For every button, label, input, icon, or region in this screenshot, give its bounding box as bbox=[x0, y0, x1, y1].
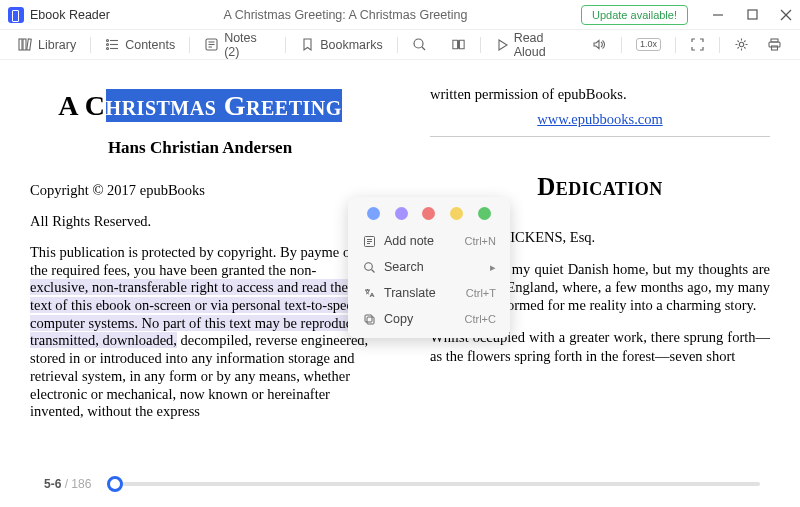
read-aloud-label: Read Aloud bbox=[514, 31, 575, 59]
highlight-color-row bbox=[348, 207, 510, 228]
menu-label: Copy bbox=[384, 312, 457, 326]
body-paragraph: This publication is protected by copyrig… bbox=[30, 244, 370, 421]
rights-line: All Rights Reserved. bbox=[30, 213, 370, 230]
menu-add-note[interactable]: Add note Ctrl+N bbox=[348, 228, 510, 254]
speed-label: 1.0x bbox=[636, 38, 661, 51]
copyright-line: Copyright © 2017 epubBooks bbox=[30, 182, 370, 199]
library-label: Library bbox=[38, 38, 76, 52]
svg-point-11 bbox=[107, 48, 109, 50]
translate-icon bbox=[362, 286, 376, 300]
menu-label: Add note bbox=[384, 234, 457, 248]
svg-point-9 bbox=[107, 44, 109, 46]
menu-shortcut: Ctrl+N bbox=[465, 235, 496, 247]
search-icon bbox=[362, 260, 376, 274]
book-title: A Christmas Greeting bbox=[30, 90, 370, 122]
bookmarks-button[interactable]: Bookmarks bbox=[294, 34, 389, 55]
notes-icon bbox=[204, 37, 219, 52]
permission-line: written permission of epubBooks. bbox=[430, 86, 770, 103]
copy-icon bbox=[362, 312, 376, 326]
svg-rect-6 bbox=[27, 39, 32, 50]
page-counter: 5-6 / 186 bbox=[44, 477, 91, 491]
speed-button[interactable]: 1.0x bbox=[630, 35, 667, 54]
search-icon bbox=[412, 37, 427, 52]
toolbar: Library Contents Notes (2) Bookmarks Rea… bbox=[0, 30, 800, 60]
contents-label: Contents bbox=[125, 38, 175, 52]
view-mode-button[interactable] bbox=[445, 34, 472, 55]
progress-slider[interactable] bbox=[107, 482, 760, 486]
volume-icon bbox=[592, 37, 607, 52]
separator bbox=[719, 37, 720, 53]
highlight-color-green[interactable] bbox=[478, 207, 491, 220]
settings-button[interactable] bbox=[728, 34, 755, 55]
highlight-color-blue[interactable] bbox=[367, 207, 380, 220]
highlight-color-red[interactable] bbox=[422, 207, 435, 220]
fullscreen-button[interactable] bbox=[684, 34, 711, 55]
left-page[interactable]: A Christmas Greeting Hans Christian Ande… bbox=[0, 60, 400, 460]
separator bbox=[90, 37, 91, 53]
menu-shortcut: Ctrl+T bbox=[466, 287, 496, 299]
titlebar: Ebook Reader A Christmas Greeting: A Chr… bbox=[0, 0, 800, 30]
menu-shortcut: Ctrl+C bbox=[465, 313, 496, 325]
svg-rect-4 bbox=[19, 39, 22, 50]
document-title: A Christmas Greeting: A Christmas Greeti… bbox=[110, 8, 581, 22]
current-pages: 5-6 bbox=[44, 477, 61, 491]
menu-copy[interactable]: Copy Ctrl+C bbox=[348, 306, 510, 332]
svg-line-18 bbox=[422, 47, 425, 50]
print-button[interactable] bbox=[761, 34, 788, 55]
fullscreen-icon bbox=[690, 37, 705, 52]
notes-label: Notes (2) bbox=[224, 31, 271, 59]
gear-icon bbox=[734, 37, 749, 52]
separator bbox=[621, 37, 622, 53]
publisher-link[interactable]: www.epubbooks.com bbox=[430, 111, 770, 128]
print-icon bbox=[767, 37, 782, 52]
selected-text: hristmas Greeting bbox=[106, 89, 342, 122]
menu-translate[interactable]: Translate Ctrl+T bbox=[348, 280, 510, 306]
svg-point-20 bbox=[739, 42, 743, 46]
window-controls bbox=[712, 9, 792, 21]
highlight-color-purple[interactable] bbox=[395, 207, 408, 220]
menu-label: Search bbox=[384, 260, 482, 274]
divider bbox=[430, 136, 770, 137]
svg-rect-1 bbox=[748, 10, 757, 19]
minimize-button[interactable] bbox=[712, 9, 724, 21]
app-name: Ebook Reader bbox=[30, 8, 110, 22]
contents-button[interactable]: Contents bbox=[99, 34, 181, 55]
svg-point-28 bbox=[364, 262, 372, 270]
volume-button[interactable] bbox=[586, 34, 613, 55]
menu-search[interactable]: Search ▸ bbox=[348, 254, 510, 280]
read-aloud-button[interactable]: Read Aloud bbox=[489, 28, 581, 62]
progress-thumb[interactable] bbox=[107, 476, 123, 492]
search-button[interactable] bbox=[406, 34, 433, 55]
book-author: Hans Christian Andersen bbox=[30, 138, 370, 158]
play-icon bbox=[495, 37, 509, 52]
highlight-color-yellow[interactable] bbox=[450, 207, 463, 220]
svg-rect-30 bbox=[365, 315, 372, 322]
separator bbox=[675, 37, 676, 53]
update-available-button[interactable]: Update available! bbox=[581, 5, 688, 25]
chevron-right-icon: ▸ bbox=[490, 261, 496, 274]
svg-point-7 bbox=[107, 40, 109, 42]
contents-icon bbox=[105, 37, 120, 52]
separator bbox=[397, 37, 398, 53]
two-page-icon bbox=[451, 37, 466, 52]
bookmark-icon bbox=[300, 37, 315, 52]
svg-marker-19 bbox=[499, 40, 507, 50]
footer: 5-6 / 186 bbox=[0, 460, 800, 507]
separator bbox=[480, 37, 481, 53]
library-button[interactable]: Library bbox=[12, 34, 82, 55]
notes-button[interactable]: Notes (2) bbox=[198, 28, 277, 62]
note-icon bbox=[362, 234, 376, 248]
context-menu: Add note Ctrl+N Search ▸ Translate Ctrl+… bbox=[348, 197, 510, 338]
reader-content: A Christmas Greeting Hans Christian Ande… bbox=[0, 60, 800, 460]
svg-rect-31 bbox=[367, 317, 374, 324]
svg-line-29 bbox=[371, 269, 374, 272]
separator bbox=[189, 37, 190, 53]
maximize-button[interactable] bbox=[746, 9, 758, 21]
svg-point-17 bbox=[414, 39, 423, 48]
separator bbox=[285, 37, 286, 53]
close-button[interactable] bbox=[780, 9, 792, 21]
total-pages: 186 bbox=[71, 477, 91, 491]
library-icon bbox=[18, 37, 33, 52]
bookmarks-label: Bookmarks bbox=[320, 38, 383, 52]
menu-label: Translate bbox=[384, 286, 458, 300]
